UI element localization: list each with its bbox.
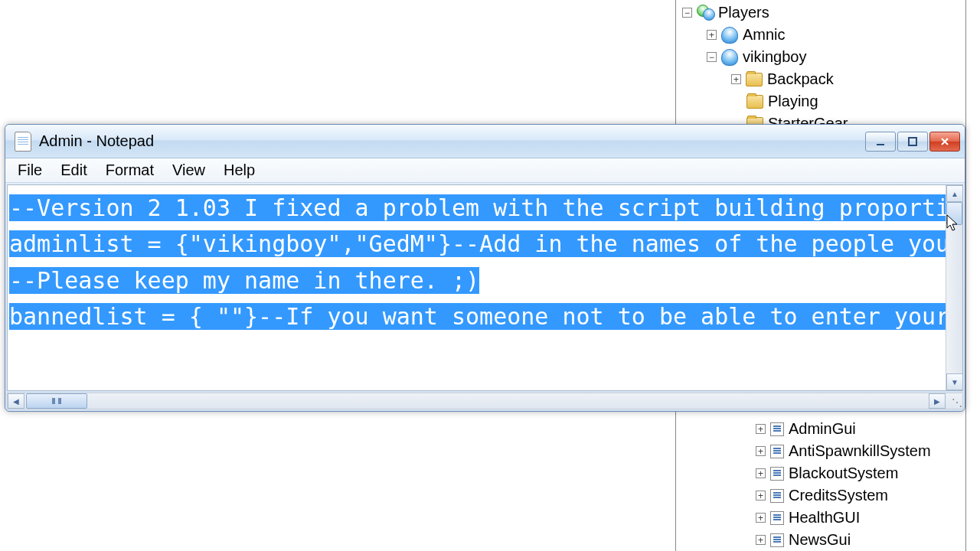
expander-icon[interactable] <box>756 535 766 545</box>
tree-item-newsgui[interactable]: NewsGui <box>676 529 965 551</box>
menu-file[interactable]: File <box>8 160 51 181</box>
maximize-button[interactable] <box>897 132 928 152</box>
expander-icon[interactable] <box>707 52 717 62</box>
tree-item-vikingboy[interactable]: vikingboy <box>676 46 965 68</box>
editor-line: adminlist = {"vikingboy","GedM"}--Add in… <box>9 230 946 257</box>
scroll-track[interactable] <box>946 202 962 373</box>
scroll-left-icon[interactable]: ◀ <box>8 393 24 409</box>
notepad-icon <box>15 132 31 152</box>
tree-label: vikingboy <box>743 48 806 66</box>
tree-item-amnic[interactable]: Amnic <box>676 24 965 46</box>
tree-label: Amnic <box>743 26 786 44</box>
scroll-thumb[interactable] <box>26 393 87 409</box>
menu-help[interactable]: Help <box>214 160 264 181</box>
tree-item-antispawn[interactable]: AntiSpawnkillSystem <box>676 440 965 462</box>
tree-label: HealthGUI <box>789 509 860 527</box>
editor-line: --Version 2 1.03 I fixed a problem with … <box>9 194 946 221</box>
folder-icon <box>746 95 763 109</box>
tree-label: AntiSpawnkillSystem <box>789 442 931 460</box>
scroll-right-icon[interactable]: ▶ <box>929 393 946 409</box>
expander-icon[interactable] <box>756 468 766 478</box>
expander-icon[interactable] <box>756 513 766 523</box>
titlebar[interactable]: Admin - Notepad <box>5 125 965 158</box>
players-icon <box>697 5 714 21</box>
svg-rect-0 <box>877 144 884 145</box>
tree-label: BlackoutSystem <box>789 465 898 482</box>
user-icon <box>721 27 738 44</box>
scroll-thumb[interactable] <box>946 202 962 225</box>
window-title: Admin - Notepad <box>39 132 865 150</box>
script-icon <box>770 489 784 503</box>
user-icon <box>721 49 738 66</box>
tree-label: Players <box>718 4 769 21</box>
horizontal-scrollbar[interactable]: ◀ ▶ <box>7 393 963 409</box>
script-icon <box>770 533 784 547</box>
tree-item-playing[interactable]: Playing <box>676 90 965 112</box>
close-button[interactable] <box>929 132 960 152</box>
tree-item-backpack[interactable]: Backpack <box>676 68 965 90</box>
scroll-track[interactable] <box>24 393 929 409</box>
expander-icon[interactable] <box>682 8 692 18</box>
folder-icon <box>746 73 763 86</box>
script-icon <box>770 467 784 481</box>
vertical-scrollbar[interactable]: ▲ ▼ <box>946 185 962 390</box>
tree-label: Backpack <box>767 70 834 88</box>
text-editor[interactable]: --Version 2 1.03 I fixed a problem with … <box>8 185 946 390</box>
tree-item-players[interactable]: Players <box>676 2 965 24</box>
expander-icon[interactable] <box>707 30 717 40</box>
menu-format[interactable]: Format <box>96 160 163 181</box>
expander-icon[interactable] <box>756 491 766 500</box>
tree-item-healthgui[interactable]: HealthGUI <box>676 507 965 529</box>
tree-label: Playing <box>768 93 818 110</box>
svg-rect-1 <box>909 138 916 145</box>
expander-icon[interactable] <box>731 74 741 84</box>
menubar: File Edit Format View Help <box>5 158 965 183</box>
script-icon <box>770 445 784 458</box>
script-icon <box>770 422 784 436</box>
tree-label: AdminGui <box>789 420 856 438</box>
minimize-button[interactable] <box>865 132 896 152</box>
tree-item-admingui[interactable]: AdminGui <box>676 418 965 440</box>
expander-icon[interactable] <box>756 446 766 456</box>
tree-item-blackout[interactable]: BlackoutSystem <box>676 462 965 484</box>
resize-grip-icon[interactable] <box>946 393 962 409</box>
tree-item-credits[interactable]: CreditsSystem <box>676 484 965 507</box>
scroll-up-icon[interactable]: ▲ <box>946 185 963 202</box>
tree-label: CreditsSystem <box>789 487 888 504</box>
script-icon <box>770 511 784 525</box>
tree-label: NewsGui <box>789 531 851 549</box>
editor-line: bannedlist = { ""}--If you want someone … <box>9 303 946 330</box>
scroll-down-icon[interactable]: ▼ <box>946 373 963 390</box>
menu-view[interactable]: View <box>163 160 214 181</box>
editor-line: --Please keep my name in there. ;) <box>9 267 479 294</box>
notepad-window: Admin - Notepad File Edit Format View He… <box>5 124 965 412</box>
expander-icon[interactable] <box>756 424 766 434</box>
menu-edit[interactable]: Edit <box>51 160 96 181</box>
